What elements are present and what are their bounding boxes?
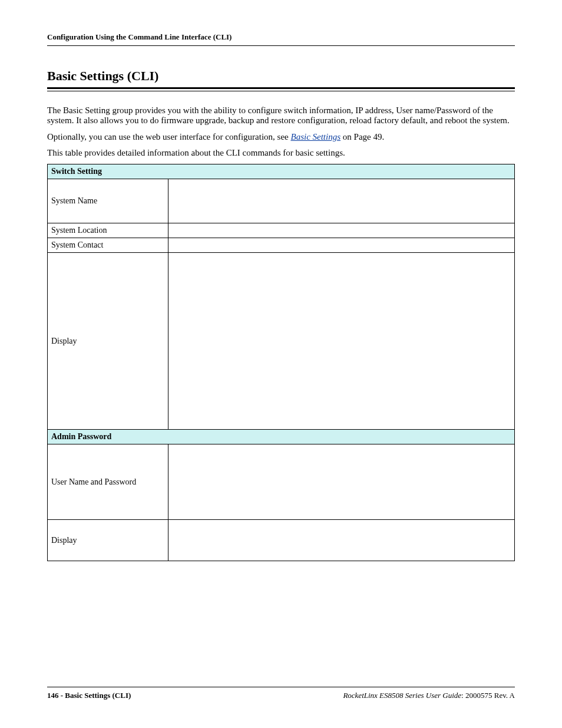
- para2-lead: Optionally, you can use the web user int…: [47, 132, 290, 141]
- intro-paragraph-2: Optionally, you can use the web user int…: [47, 132, 515, 142]
- running-head: Configuration Using the Command Line Int…: [47, 32, 515, 46]
- cell-system-contact: System Contact: [48, 238, 168, 253]
- table-row: Display: [48, 520, 515, 561]
- cell-empty: [168, 238, 515, 253]
- page-footer: 146 - Basic Settings (CLI) RocketLinx ES…: [47, 687, 515, 700]
- cell-empty: [168, 444, 515, 520]
- table-header-row: Switch Setting: [48, 164, 515, 179]
- footer-right: RocketLinx ES8508 Series User Guide: 200…: [343, 691, 515, 700]
- table-header-row: Admin Password: [48, 430, 515, 444]
- table-row: System Contact: [48, 238, 515, 253]
- th-switch-setting: Switch Setting: [48, 164, 515, 179]
- cell-system-name: System Name: [48, 179, 168, 223]
- para2-tail: on Page 49.: [340, 132, 384, 141]
- intro-paragraph-1: The Basic Setting group provides you wit…: [47, 106, 515, 126]
- cell-empty: [168, 223, 515, 238]
- th-admin-password: Admin Password: [48, 430, 515, 444]
- title-rule: [47, 87, 515, 91]
- footer-product: RocketLinx ES8508 Series User Guide: [343, 691, 461, 700]
- footer-page-number: 146: [47, 691, 59, 700]
- footer-section: Basic Settings (CLI): [65, 691, 131, 700]
- table-row: Display: [48, 253, 515, 430]
- table-row: System Location: [48, 223, 515, 238]
- cell-empty: [168, 179, 515, 223]
- intro-paragraph-3: This table provides detailed information…: [47, 148, 515, 158]
- cell-display-2: Display: [48, 520, 168, 561]
- link-basic-settings[interactable]: Basic Settings: [290, 132, 340, 141]
- cell-empty: [168, 253, 515, 430]
- footer-left: 146 - Basic Settings (CLI): [47, 691, 131, 700]
- cell-system-location: System Location: [48, 223, 168, 238]
- table-row: User Name and Password: [48, 444, 515, 520]
- cell-display-1: Display: [48, 253, 168, 430]
- table-row: System Name: [48, 179, 515, 223]
- page-title: Basic Settings (CLI): [47, 68, 515, 84]
- cell-username-password: User Name and Password: [48, 444, 168, 520]
- cli-table: Switch Setting System Name System Locati…: [47, 164, 515, 561]
- cell-empty: [168, 520, 515, 561]
- footer-rev: : 2000575 Rev. A: [461, 691, 515, 700]
- footer-sep: -: [59, 691, 65, 700]
